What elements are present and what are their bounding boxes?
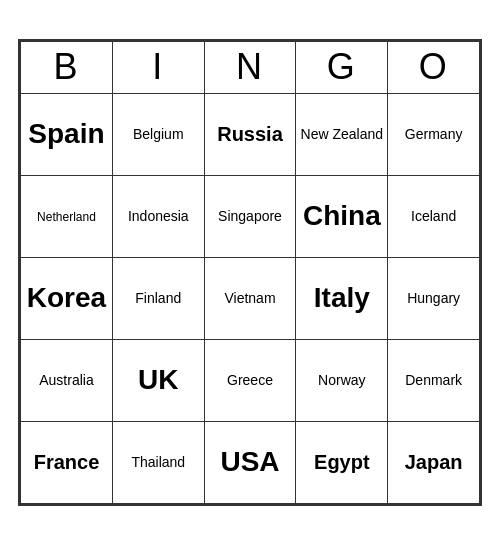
bingo-card: B I N G O SpainBelgiumRussiaNew ZealandG… — [18, 39, 482, 506]
cell-text: Germany — [405, 126, 463, 142]
cell-text: Finland — [135, 290, 181, 306]
table-cell: Japan — [388, 421, 480, 503]
cell-text: Russia — [217, 123, 283, 145]
table-cell: Singapore — [204, 175, 296, 257]
cell-text: Italy — [314, 282, 370, 313]
cell-text: Norway — [318, 372, 365, 388]
cell-text: Korea — [27, 282, 106, 313]
header-i: I — [112, 41, 204, 93]
table-cell: Korea — [21, 257, 113, 339]
cell-text: Denmark — [405, 372, 462, 388]
cell-text: Japan — [405, 451, 463, 473]
cell-text: USA — [220, 446, 279, 477]
header-g: G — [296, 41, 388, 93]
table-cell: Egypt — [296, 421, 388, 503]
cell-text: France — [34, 451, 100, 473]
table-cell: Vietnam — [204, 257, 296, 339]
cell-text: Greece — [227, 372, 273, 388]
cell-text: Thailand — [131, 454, 185, 470]
cell-text: Iceland — [411, 208, 456, 224]
table-cell: Italy — [296, 257, 388, 339]
table-cell: Thailand — [112, 421, 204, 503]
table-row: NetherlandIndonesiaSingaporeChinaIceland — [21, 175, 480, 257]
cell-text: UK — [138, 364, 178, 395]
table-cell: Australia — [21, 339, 113, 421]
table-cell: Finland — [112, 257, 204, 339]
cell-text: Indonesia — [128, 208, 189, 224]
table-cell: Greece — [204, 339, 296, 421]
table-row: SpainBelgiumRussiaNew ZealandGermany — [21, 93, 480, 175]
table-cell: Iceland — [388, 175, 480, 257]
bingo-table: B I N G O SpainBelgiumRussiaNew ZealandG… — [20, 41, 480, 504]
table-cell: Indonesia — [112, 175, 204, 257]
table-cell: Belgium — [112, 93, 204, 175]
table-cell: France — [21, 421, 113, 503]
table-cell: USA — [204, 421, 296, 503]
cell-text: Vietnam — [224, 290, 275, 306]
table-cell: UK — [112, 339, 204, 421]
cell-text: Hungary — [407, 290, 460, 306]
cell-text: Belgium — [133, 126, 184, 142]
table-row: AustraliaUKGreeceNorwayDenmark — [21, 339, 480, 421]
table-cell: Germany — [388, 93, 480, 175]
header-n: N — [204, 41, 296, 93]
cell-text: Singapore — [218, 208, 282, 224]
table-cell: Hungary — [388, 257, 480, 339]
header-o: O — [388, 41, 480, 93]
header-row: B I N G O — [21, 41, 480, 93]
cell-text: Egypt — [314, 451, 370, 473]
cell-text: Netherland — [37, 210, 96, 224]
table-cell: New Zealand — [296, 93, 388, 175]
table-row: FranceThailandUSAEgyptJapan — [21, 421, 480, 503]
header-b: B — [21, 41, 113, 93]
cell-text: New Zealand — [301, 126, 384, 142]
cell-text: Spain — [28, 118, 104, 149]
bingo-body: SpainBelgiumRussiaNew ZealandGermanyNeth… — [21, 93, 480, 503]
table-cell: Denmark — [388, 339, 480, 421]
table-cell: Netherland — [21, 175, 113, 257]
table-cell: Spain — [21, 93, 113, 175]
cell-text: Australia — [39, 372, 93, 388]
table-cell: Norway — [296, 339, 388, 421]
table-cell: Russia — [204, 93, 296, 175]
table-row: KoreaFinlandVietnamItalyHungary — [21, 257, 480, 339]
cell-text: China — [303, 200, 381, 231]
table-cell: China — [296, 175, 388, 257]
